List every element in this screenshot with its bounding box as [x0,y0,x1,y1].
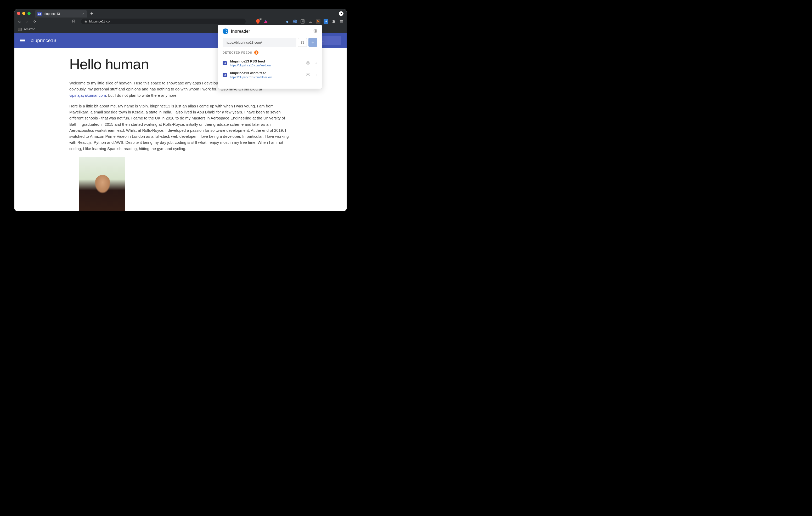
tab-title: bluprince13 [44,12,60,16]
extension-inoreader-icon[interactable] [316,19,320,24]
folder-icon [18,28,22,31]
forward-button[interactable]: ▷ [25,20,29,24]
old-blog-link[interactable]: vipinajayakumar.com [69,93,106,97]
feed-favicon: 13 [223,73,227,77]
profile-photo [79,157,125,211]
feed-item[interactable]: 13 bluprince13 Atom feed https://bluprin… [218,69,322,81]
shields-count-badge: 2 [259,18,262,20]
popup-title: Inoreader [231,29,250,34]
bio-paragraph: Here is a little bit about me. My name i… [69,103,292,152]
window-controls [17,12,31,15]
feed-item[interactable]: 13 bluprince13 RSS feed https://bluprinc… [218,57,322,69]
toolbar: ◁ ▷ ⟳ bluprince13.com | 2 ◆ N [14,18,347,25]
extension-cloud-icon[interactable]: ☁ [308,19,313,24]
bookmark-item[interactable]: Amazon [24,27,35,31]
svg-point-3 [308,74,309,75]
preview-feed-button[interactable] [306,61,310,66]
feed-url: https://bluprince13.com/feed.xml [230,64,303,67]
detected-count-badge: 2 [254,51,258,55]
feed-title: bluprince13 RSS feed [230,59,303,63]
extension-globe-icon[interactable] [293,19,297,24]
tab-favicon: 13 [37,12,41,16]
close-window-button[interactable] [17,12,20,15]
popup-header: Inoreader [218,25,322,38]
bookmark-page-button[interactable] [72,19,75,24]
browser-menu-button[interactable] [339,19,344,24]
inoreader-logo-icon [223,29,228,34]
popup-add-button[interactable]: + [309,38,317,47]
extensions-menu-icon[interactable] [331,19,336,24]
subscribe-feed-button[interactable]: + [315,61,317,66]
subscribe-feed-button[interactable]: + [315,72,317,78]
reload-button[interactable]: ⟳ [33,20,37,24]
maximize-window-button[interactable] [27,12,31,15]
lock-icon [84,20,87,23]
url-text: bluprince13.com [89,20,112,23]
site-title[interactable]: bluprince13 [31,38,56,43]
preview-feed-button[interactable] [306,72,310,78]
feed-title: bluprince13 Atom feed [230,71,303,75]
extension-expand-icon[interactable] [324,19,328,24]
brave-rewards-icon[interactable] [263,19,268,24]
close-tab-button[interactable]: × [82,12,85,16]
settings-button[interactable] [313,29,317,34]
hamburger-menu-button[interactable] [20,39,25,42]
new-tab-button[interactable]: + [90,11,93,17]
popup-bookmark-button[interactable] [298,38,307,47]
detected-feeds-label: DETECTED FEEDS [223,51,252,54]
extension-icons: | 2 ◆ N ☁ [252,19,344,24]
minimize-window-button[interactable] [22,12,25,15]
feed-favicon: 13 [223,61,227,65]
brave-shields-icon[interactable]: 2 [256,19,260,24]
address-bar[interactable]: bluprince13.com [81,19,245,24]
feed-url: https://bluprince13.com/atom.xml [230,75,303,79]
titlebar: 13 bluprince13 × + ▾ [14,9,347,18]
inoreader-popup: Inoreader + DETECTED FEEDS 2 13 bluprinc… [218,25,322,89]
extension-crystal-icon[interactable]: ◆ [285,19,290,24]
tab-overview-button[interactable]: ▾ [339,11,344,16]
svg-point-1 [315,31,316,32]
svg-point-2 [308,62,309,63]
back-button[interactable]: ◁ [17,20,21,24]
browser-tab[interactable]: 13 bluprince13 × [35,10,87,18]
popup-url-input[interactable] [223,38,296,47]
extension-notion-icon[interactable]: N [300,19,305,24]
browser-window: 13 bluprince13 × + ▾ ◁ ▷ ⟳ bluprince13.c… [14,9,347,211]
